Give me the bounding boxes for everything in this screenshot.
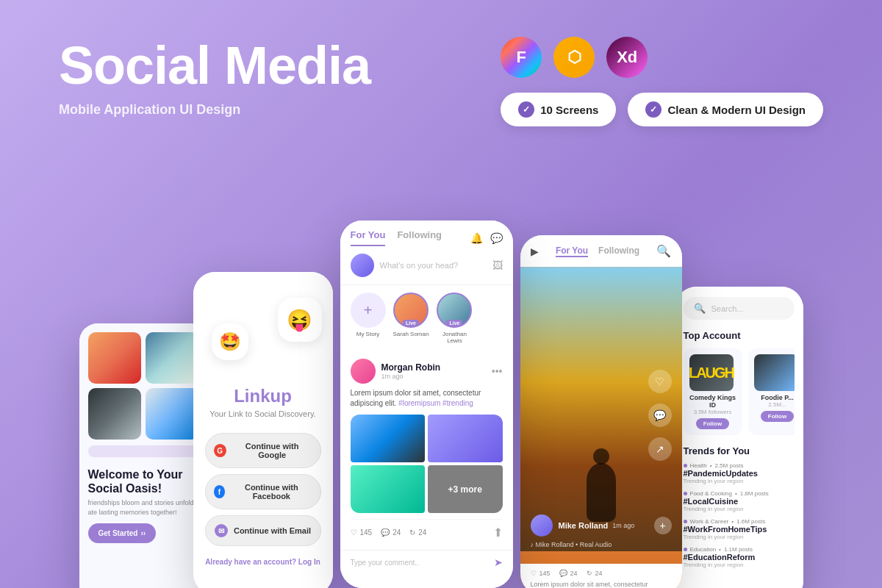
search-icon: 🔍 — [694, 303, 706, 314]
save-icon[interactable]: ⬆ — [493, 526, 503, 539]
story-sarah[interactable]: Live Sarah Soman — [393, 293, 429, 344]
search-input[interactable]: Search... — [711, 304, 744, 313]
follow-comedy-button[interactable]: Follow — [696, 418, 729, 429]
comment-action[interactable]: 💬 24 — [381, 526, 401, 539]
phone2-content: 😝 🤩 Linkup Your Link to Social Discovery… — [193, 272, 333, 588]
facebook-login-button[interactable]: f Continue with Facebook — [205, 474, 321, 509]
user-avatar-small — [351, 254, 374, 277]
comment-input[interactable]: Type your comment.. — [351, 559, 488, 567]
dot-3 — [684, 520, 687, 523]
trend-2-sub: Trending in your region — [684, 506, 795, 512]
video-user-info: Mike Rolland 1m ago + ♪ Mike Rolland • R… — [531, 514, 672, 551]
check-icon-2: ✓ — [645, 101, 662, 118]
photo-1 — [88, 332, 142, 384]
get-started-button[interactable]: Get Started ›› — [88, 523, 157, 543]
video-tabs: For You Following — [556, 245, 639, 257]
trend-1-sub: Trending in your region — [684, 478, 795, 484]
jonathan-avatar: Live — [437, 293, 472, 328]
person-silhouette-head — [593, 448, 609, 465]
sketch-icon: ⬡ — [553, 37, 595, 78]
post-text: Lorem ipsum dolor sit amet, consectetur … — [351, 388, 503, 409]
post-photo-grid: +3 more — [351, 415, 503, 513]
video-tab-foryou[interactable]: For You — [556, 245, 588, 257]
tab-following[interactable]: Following — [397, 229, 442, 246]
post-header: Morgan Robin 1m ago ••• — [351, 359, 503, 384]
trend-4: Education • 1.1M posts #EducationReform … — [684, 546, 795, 568]
trend-1-name: #PandemicUpdates — [684, 469, 795, 478]
comment-icon-video: 💬 — [559, 570, 567, 577]
video-tab-following[interactable]: Following — [598, 245, 639, 257]
logo-link: Link — [234, 386, 270, 406]
share-action[interactable]: ↻ 24 — [409, 526, 426, 539]
arrow-icon: ›› — [140, 529, 146, 537]
post-input-field[interactable]: What's on your head? — [380, 261, 487, 270]
post-photo-2 — [428, 415, 503, 462]
post-author-info: Morgan Robin 1m ago — [381, 362, 441, 380]
story-add[interactable]: + My Story — [351, 293, 386, 344]
top-accounts-title: Top Account — [684, 330, 795, 341]
google-login-button[interactable]: G Continue with Google — [205, 433, 321, 468]
live-badge-2: Live — [446, 320, 462, 326]
trend-4-sub: Trending in your region — [684, 562, 795, 568]
trend-3-name: #WorkFromHomeTips — [684, 525, 795, 534]
more-options-icon[interactable]: ••• — [492, 365, 503, 377]
account-foodie: Foodie P... 2.5M... Follow — [748, 348, 795, 435]
add-story-button[interactable]: + — [351, 293, 386, 328]
email-login-button[interactable]: ✉ Continue with Email — [205, 515, 321, 546]
check-icon-1: ✓ — [518, 101, 534, 118]
video-share-btn[interactable]: ↗ — [648, 437, 672, 461]
purple-bar — [88, 445, 199, 457]
video-plus-btn[interactable]: + — [654, 517, 672, 534]
post-time: 1m ago — [381, 373, 441, 380]
video-comment-btn[interactable]: 💬 — [648, 404, 672, 427]
design-badge: ✓ Clean & Modern UI Design — [628, 93, 823, 126]
live-badge-1: Live — [403, 320, 419, 326]
message-icon[interactable]: 💬 — [490, 232, 503, 244]
dot-1 — [684, 464, 687, 467]
image-add-icon[interactable]: 🖼 — [492, 259, 503, 271]
emoji-laugh: 😝 — [278, 298, 322, 342]
stories-row: + My Story Live Sarah Soman Live Jonatha — [340, 285, 513, 351]
photo-4 — [146, 388, 199, 440]
phone-feed: For You Following 🔔 💬 What's on your hea… — [340, 220, 513, 588]
follow-foodie-button[interactable]: Follow — [761, 411, 794, 422]
story-jonathan[interactable]: Live Jonathan Lewis — [436, 293, 473, 344]
trend-2-name: #LocalCuisine — [684, 497, 795, 506]
post-photo-3 — [351, 465, 426, 513]
welcome-sub: friendships bloom and stories unfold. at… — [88, 498, 199, 517]
bell-icon[interactable]: 🔔 — [470, 232, 483, 244]
photo-2 — [146, 332, 199, 384]
video-like-btn[interactable]: ♡ — [648, 370, 672, 393]
photo-grid — [88, 332, 199, 440]
video-username: Mike Rolland — [559, 521, 609, 530]
foodie-name: Foodie P... — [754, 394, 795, 401]
google-icon: G — [214, 444, 226, 457]
video-stats: ♡ 145 💬 24 ↻ 24 — [531, 570, 672, 577]
search-bar[interactable]: 🔍 Search... — [684, 297, 795, 320]
tab-for-you[interactable]: For You — [351, 229, 386, 246]
trend-3-category: Work & Career • 1.6M posts — [684, 518, 795, 525]
video-top-bar: ▶ For You Following 🔍 — [520, 235, 682, 267]
trends-title: Trends for You — [684, 445, 795, 456]
phone1-content: Welcome to Your Social Oasis! friendship… — [79, 323, 208, 588]
badges-group: ✓ 10 Screens ✓ Clean & Modern UI Design — [501, 93, 823, 126]
video-time: 1m ago — [612, 522, 634, 529]
dot-2 — [684, 492, 687, 495]
like-action[interactable]: ♡ 145 — [351, 526, 373, 539]
figma-icon: F — [501, 37, 542, 78]
video-likes: ♡ 145 — [531, 570, 551, 577]
post-more-photos[interactable]: +3 more — [428, 465, 503, 513]
video-search-icon[interactable]: 🔍 — [656, 244, 671, 258]
photo-3 — [88, 388, 142, 440]
emoji-mask: 🤩 — [212, 323, 248, 360]
send-icon[interactable]: ➤ — [494, 556, 503, 568]
login-link[interactable]: Log In — [298, 558, 320, 566]
comment-icon: 💬 — [381, 528, 390, 537]
phone5-content: 🔍 Search... Top Account LAUGH Comedy Kin… — [675, 287, 803, 588]
post-actions: ♡ 145 💬 24 ↻ 24 ⬆ — [351, 519, 503, 542]
trend-1: Health • 2.5M posts #PandemicUpdates Tre… — [684, 462, 795, 484]
welcome-section: Welcome to Your Social Oasis! friendship… — [88, 462, 199, 549]
foodie-thumbnail — [754, 354, 795, 391]
email-icon: ✉ — [215, 524, 228, 537]
phones-container: Welcome to Your Social Oasis! friendship… — [0, 220, 882, 588]
